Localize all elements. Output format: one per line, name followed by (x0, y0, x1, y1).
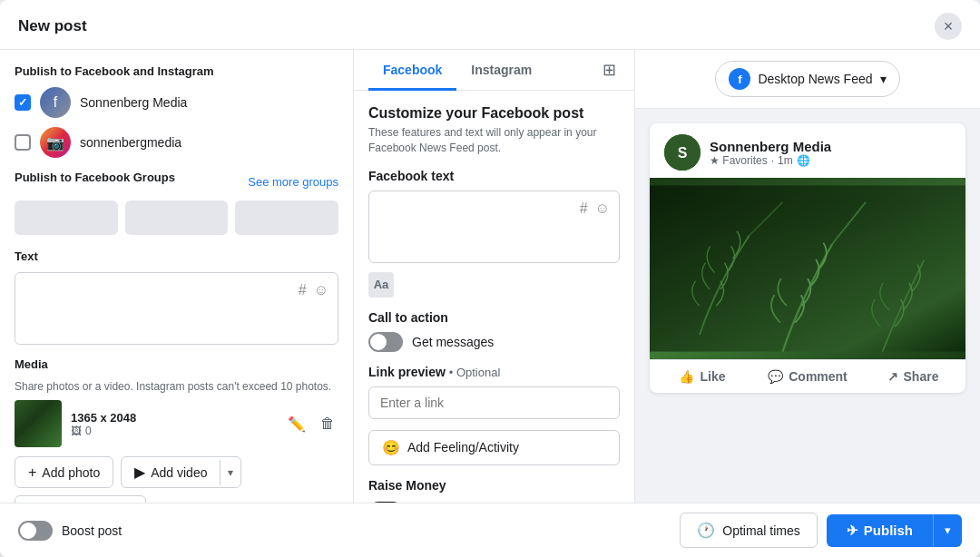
preview-actions: 👍 Like 💬 Comment ↗ Share (650, 359, 965, 393)
tab-instagram[interactable]: Instagram (456, 50, 546, 91)
modal-body: Publish to Facebook and Instagram f Sonn… (0, 50, 980, 503)
fb-text-label: Facebook text (368, 169, 620, 183)
link-preview-text: Link preview (368, 365, 446, 379)
link-preview-label: Link preview • Optional (368, 365, 620, 379)
left-panel: Publish to Facebook and Instagram f Sonn… (0, 50, 354, 503)
boost-toggle-row: Boost post (18, 521, 122, 541)
preview-username: Sonnenberg Media (710, 139, 831, 154)
instagram-icon: 📷 (46, 134, 64, 151)
media-info: 1365 x 2048 🖼 0 (71, 411, 275, 437)
emoji-icon[interactable]: ☺ (314, 282, 328, 298)
see-more-groups-link[interactable]: See more groups (248, 175, 338, 189)
add-video-icon: ▶ (134, 464, 145, 481)
preview-fb-icon: f (729, 68, 750, 90)
modal-title: New post (18, 17, 87, 35)
svg-rect-2 (650, 185, 965, 351)
publish-header: Publish to Facebook and Instagram (15, 64, 338, 78)
feeling-icon: 😊 (382, 439, 400, 456)
publish-label: Publish (864, 523, 913, 538)
turn-into-video-button[interactable]: 🎬 Turn into video (15, 495, 146, 503)
boost-label: Boost post (62, 523, 122, 538)
groups-placeholder (15, 200, 338, 235)
add-video-group: ▶ Add video ▾ (121, 456, 241, 488)
call-to-action-toggle-knob (370, 334, 387, 350)
preview-meta: ★ Favorites · 1m 🌐 (710, 154, 831, 167)
preview-favorites: ★ Favorites (710, 154, 768, 167)
add-photo-button[interactable]: + Add photo (15, 456, 113, 488)
fb-emoji-icon[interactable]: ☺ (595, 200, 610, 217)
group-block-1 (15, 200, 118, 235)
groups-section: Publish to Facebook Groups See more grou… (15, 171, 338, 235)
customize-title: Customize your Facebook post (368, 105, 620, 122)
comment-icon: 💬 (768, 369, 783, 384)
optional-text: • Optional (449, 366, 501, 379)
close-button[interactable]: × (935, 13, 962, 40)
instagram-account-row: 📷 sonnenbergmedia (15, 127, 338, 158)
right-panel: f Desktop News Feed ▾ S Sonnenberg M (635, 50, 980, 503)
publish-button[interactable]: ✈ Publish (827, 514, 933, 547)
middle-panel: Facebook Instagram ⊞ Customize your Face… (354, 50, 635, 503)
publish-plane-icon: ✈ (847, 523, 858, 539)
add-video-label: Add video (151, 465, 207, 480)
media-count-value: 0 (85, 425, 92, 437)
add-video-dropdown-button[interactable]: ▾ (220, 460, 240, 485)
tab-layout-icon[interactable]: ⊞ (599, 56, 620, 83)
media-subtitle: Share photos or a video. Instagram posts… (15, 380, 338, 393)
preview-avatar: S (664, 134, 701, 171)
share-label: Share (904, 369, 939, 384)
like-button[interactable]: 👍 Like (650, 360, 755, 393)
publish-dropdown-button[interactable]: ▾ (933, 514, 962, 547)
publish-group: ✈ Publish ▾ (827, 514, 962, 547)
share-icon: ↗ (887, 369, 898, 384)
call-to-action-toggle[interactable] (368, 332, 403, 352)
facebook-checkbox[interactable] (15, 94, 31, 111)
add-video-button[interactable]: ▶ Add video (122, 457, 220, 487)
instagram-checkbox[interactable] (15, 134, 31, 151)
feeling-activity-button[interactable]: 😊 Add Feeling/Activity (368, 430, 620, 465)
fb-hashtag-icon[interactable]: # (580, 200, 588, 217)
text-section: Text # ☺ (15, 249, 338, 345)
edit-media-button[interactable]: ✏️ (284, 412, 309, 436)
media-section: Media Share photos or a video. Instagram… (15, 357, 338, 503)
optimal-times-button[interactable]: 🕐 Optimal times (680, 513, 818, 548)
text-area[interactable]: # ☺ (15, 272, 338, 345)
get-messages-label: Get messages (412, 335, 494, 349)
media-count-icon: 🖼 (71, 425, 82, 437)
modal-footer: Boost post 🕐 Optimal times ✈ Publish ▾ (0, 503, 980, 557)
font-style-button[interactable]: Aa (368, 272, 394, 298)
call-to-action-label: Call to action (368, 310, 620, 325)
media-item: 1365 x 2048 🖼 0 ✏️ 🗑 (15, 400, 338, 447)
preview-dropdown-label: Desktop News Feed (758, 72, 872, 86)
comment-button[interactable]: 💬 Comment (755, 360, 860, 393)
boost-toggle[interactable] (18, 521, 53, 541)
call-to-action-toggle-row: Get messages (368, 332, 620, 352)
facebook-account-row: f Sonnenberg Media (15, 87, 338, 118)
link-input[interactable] (368, 386, 620, 419)
media-button-row: + Add photo ▶ Add video ▾ (15, 456, 338, 488)
fb-text-area[interactable]: # ☺ (368, 191, 620, 263)
comment-label: Comment (789, 369, 848, 384)
text-label: Text (15, 249, 338, 263)
preview-time: 1m (778, 154, 793, 167)
preview-dropdown[interactable]: f Desktop News Feed ▾ (715, 61, 899, 97)
media-dimensions: 1365 x 2048 (71, 411, 275, 425)
preview-image (650, 178, 965, 359)
delete-media-button[interactable]: 🗑 (317, 412, 338, 436)
share-button[interactable]: ↗ Share (860, 360, 965, 393)
facebook-account-name: Sonnenberg Media (80, 95, 187, 110)
facebook-avatar: f (40, 87, 71, 118)
tabs-row: Facebook Instagram ⊞ (354, 50, 634, 91)
instagram-avatar: 📷 (40, 127, 71, 158)
groups-header: Publish to Facebook Groups See more grou… (15, 171, 338, 193)
customize-subtitle: These features and text will only appear… (368, 125, 620, 156)
tab-facebook[interactable]: Facebook (368, 50, 456, 91)
svg-text:S: S (678, 145, 688, 161)
modal-header: New post × (0, 0, 980, 50)
groups-title: Publish to Facebook Groups (15, 171, 175, 184)
preview-globe: 🌐 (797, 154, 810, 167)
hashtag-icon[interactable]: # (299, 282, 307, 298)
optimal-times-label: Optimal times (722, 523, 800, 538)
like-label: Like (700, 369, 725, 384)
instagram-account-name: sonnenbergmedia (80, 135, 181, 150)
like-icon: 👍 (679, 369, 694, 384)
